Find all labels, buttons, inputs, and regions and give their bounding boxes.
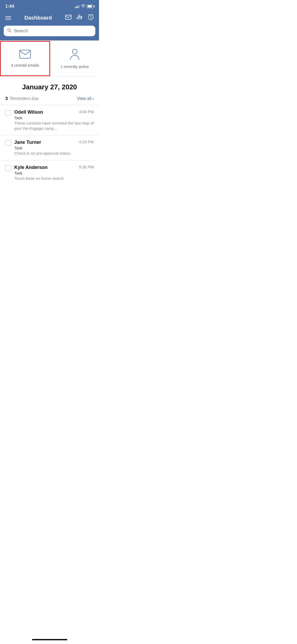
svg-rect-0 [65,15,71,19]
reminders-due-label: Reminders due [10,96,39,101]
task-2-desc: Check in on pre-approval status. [14,151,94,156]
task-3-desc: Touch base on home search [14,176,94,181]
task-1-time: 4:00 PM [79,109,94,114]
menu-button[interactable] [5,16,11,20]
status-bar: 1:44 [0,0,99,12]
clock-icon[interactable] [88,14,94,21]
task-1-checkbox[interactable] [5,110,11,116]
add-person-icon[interactable] [76,15,83,21]
battery-icon [87,5,94,8]
task-2-name: Jane Turner [14,140,41,145]
stats-section: 4 unread emails 1 recently active [0,40,99,77]
task-3-checkbox[interactable] [5,165,11,171]
reminders-header: 3 Reminders due View all › [0,93,99,105]
task-2-type: Task [14,146,94,150]
task-item: Jane Turner 4:15 PM Task Check in on pre… [0,135,99,160]
task-2-content: Jane Turner 4:15 PM Task Check in on pre… [14,140,94,156]
search-bar[interactable] [4,26,95,36]
chevron-right-icon: › [92,96,94,101]
search-icon [7,28,12,34]
app-header: Dashboard [0,12,99,26]
date-display: January 27, 2020 [0,77,99,93]
wifi-icon [81,4,85,8]
search-container [0,26,99,40]
svg-rect-4 [20,50,31,58]
recently-active-label: 1 recently active [60,64,89,69]
view-all-label: View all [77,96,91,101]
unread-emails-card[interactable]: 4 unread emails [0,41,50,76]
task-3-content: Kyle Anderson 5:30 PM Task Touch base on… [14,165,94,181]
task-2-checkbox[interactable] [5,140,11,146]
view-all-button[interactable]: View all › [77,96,94,101]
person-icon [70,48,79,61]
email-icon[interactable] [65,15,72,21]
reminders-count-section: 3 Reminders due [5,96,39,101]
task-2-time: 4:15 PM [79,140,94,144]
recently-active-card[interactable]: 1 recently active [50,41,99,76]
task-1-name: Odell Wilson [14,109,43,115]
task-3-name: Kyle Anderson [14,165,48,170]
reminders-count-badge: 3 [5,96,8,101]
header-actions [65,14,94,21]
svg-point-5 [72,49,77,54]
status-icons [75,4,94,8]
task-1-type: Task [14,116,94,120]
task-3-type: Task [14,171,94,175]
task-1-desc: These contacts have received the last st… [14,121,94,131]
signal-icon [75,4,79,8]
task-3-time: 5:30 PM [79,165,94,169]
task-item: Odell Wilson 4:00 PM Task These contacts… [0,105,99,135]
task-1-content: Odell Wilson 4:00 PM Task These contacts… [14,109,94,131]
unread-emails-label: 4 unread emails [11,63,39,67]
envelope-icon [19,50,31,60]
page-title: Dashboard [24,15,52,21]
status-time: 1:44 [5,4,14,9]
svg-point-1 [78,15,80,17]
task-item: Kyle Anderson 5:30 PM Task Touch base on… [0,160,99,185]
search-input[interactable] [14,28,92,34]
